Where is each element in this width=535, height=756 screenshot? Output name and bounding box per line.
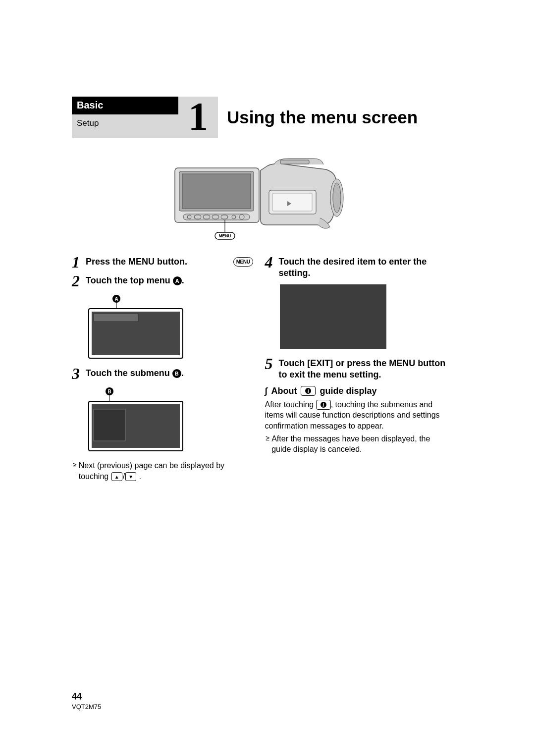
svg-point-14 — [333, 183, 341, 213]
text-part: . — [182, 275, 184, 285]
step-4: 4 Touch the desired item to enter the se… — [265, 256, 446, 279]
step-text: Touch [EXIT] or press the MENU button to… — [279, 358, 446, 381]
info-key-icon: i — [316, 400, 331, 410]
svg-rect-12 — [280, 160, 309, 164]
diagram-top-menu: A — [87, 294, 253, 361]
step-number: 4 — [265, 254, 276, 270]
square-bullet-icon: ∫ — [265, 386, 268, 396]
marker-b-icon: B — [172, 369, 181, 378]
text-part: . — [137, 472, 141, 481]
step-5: 5 Touch [EXIT] or press the MENU button … — [265, 358, 446, 381]
diagram-submenu: B — [87, 386, 253, 453]
page-footer: 44 VQT2M75 — [72, 692, 101, 710]
svg-rect-2 — [182, 174, 251, 209]
bullet-text: After the messages have been displayed, … — [271, 433, 446, 455]
text-part: After touching — [265, 400, 316, 409]
marker-a-icon: A — [173, 276, 182, 285]
bullet-icon: ≥ — [73, 460, 77, 482]
text-part: Touch the submenu — [86, 368, 172, 378]
step-text: Touch the submenu B. — [86, 368, 253, 379]
step-text: Touch the top menu A. — [86, 275, 253, 286]
svg-text:A: A — [114, 296, 118, 302]
step-text: Touch the desired item to enter the sett… — [279, 256, 446, 279]
bullet-icon: ≥ — [266, 433, 270, 455]
step-number: 3 — [72, 366, 83, 381]
info-key-icon: i — [301, 386, 316, 396]
text-part: Next (previous) page can be displayed by… — [79, 461, 224, 481]
svg-rect-16 — [272, 193, 312, 211]
heading-part: About — [271, 386, 297, 396]
document-id: VQT2M75 — [72, 703, 101, 710]
note-text: Next (previous) page can be displayed by… — [79, 460, 253, 482]
svg-rect-30 — [94, 409, 125, 441]
step-1: 1 Press the MENU button. MENU — [72, 256, 253, 270]
page-header: Basic Setup 1 Using the menu screen — [72, 97, 446, 138]
category-label: Basic — [72, 97, 178, 114]
svg-text:MENU: MENU — [218, 233, 231, 238]
setting-screen-photo — [280, 284, 386, 349]
page-title: Using the menu screen — [218, 97, 418, 138]
step-number: 5 — [265, 356, 276, 372]
section-label: Setup — [72, 114, 178, 138]
step-2: 2 Touch the top menu A. — [72, 275, 253, 289]
about-bullet: ≥ After the messages have been displayed… — [266, 433, 446, 455]
text-part: Touch the top menu — [86, 275, 173, 285]
left-column: 1 Press the MENU button. MENU 2 Touch th… — [72, 256, 253, 482]
step-3: 3 Touch the submenu B. — [72, 368, 253, 381]
about-body: After touching i, touching the submenus … — [265, 399, 446, 432]
page-number: 44 — [72, 692, 101, 702]
chapter-number: 1 — [178, 97, 218, 138]
arrow-up-key-icon: ▲ — [111, 472, 122, 481]
heading-part: guide display — [320, 386, 376, 396]
step-text-content: Press the MENU button. — [86, 257, 187, 267]
svg-rect-24 — [94, 314, 138, 322]
paging-note: ≥ Next (previous) page can be displayed … — [73, 460, 253, 482]
right-column: 4 Touch the desired item to enter the se… — [265, 256, 446, 482]
camcorder-svg: MENU — [172, 156, 346, 242]
text-part: . — [181, 368, 184, 378]
step-text: Press the MENU button. MENU — [86, 256, 253, 268]
camcorder-illustration: MENU — [72, 156, 446, 242]
menu-button-icon: MENU — [233, 257, 253, 267]
about-guide-heading: ∫ About i guide display — [265, 386, 446, 396]
svg-text:B: B — [107, 389, 111, 394]
step-number: 1 — [72, 254, 83, 270]
arrow-down-key-icon: ▼ — [125, 472, 136, 481]
step-number: 2 — [72, 273, 83, 289]
